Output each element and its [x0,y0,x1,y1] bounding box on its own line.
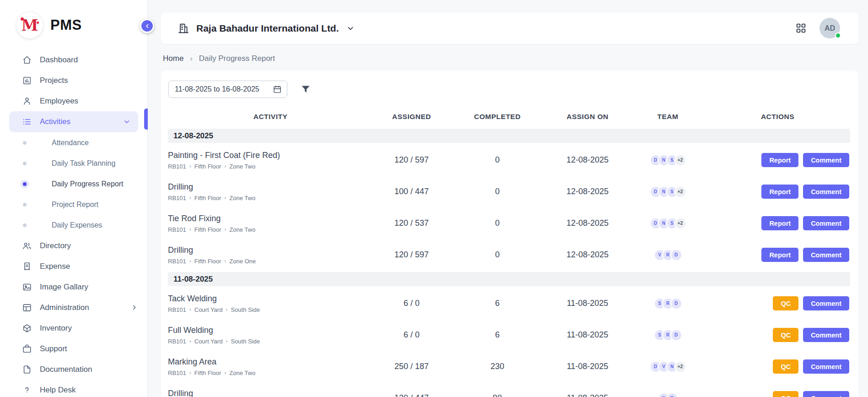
filter-row: 11-08-2025 to 16-08-2025 [168,81,850,98]
sidebar-subitem-label: Attendance [52,139,89,147]
assigned-value: 6 / 0 [373,299,450,308]
table-group-header: 11-08-2025 [168,272,850,286]
team-avatar[interactable]: D [670,249,682,261]
completed-value: 90 [450,393,545,397]
comment-button[interactable]: Comment [803,328,849,342]
topbar-actions: AD [795,18,840,38]
sidebar-subitem-attendance[interactable]: Attendance [0,132,147,153]
path-segment: RB101 [168,226,186,233]
comment-button[interactable]: Comment [803,391,849,397]
sidebar-collapse-button[interactable] [140,19,154,33]
team-avatars: D N S +2 [631,154,705,166]
path-segment: South Side [231,338,260,345]
report-button[interactable]: Report [761,248,798,262]
activity-name: Marking Area [168,357,373,367]
path-segment: Court Yard [194,338,223,345]
table-row: Tack Welding RB101› Court Yard› South Si… [168,288,850,319]
comment-button[interactable]: Comment [803,185,849,199]
date-range-input[interactable]: 11-08-2025 to 16-08-2025 [168,81,287,98]
sidebar-item-support[interactable]: Support [0,338,147,359]
report-button[interactable]: Report [761,153,798,167]
sidebar-item-employees[interactable]: Employees [0,91,147,111]
column-header-activity: ACTIVITY [168,113,373,121]
qc-button[interactable]: QC [773,359,798,374]
team-avatar-overflow[interactable]: +2 [674,186,686,198]
sidebar-item-image-gallery[interactable]: Image Gallary [0,277,147,297]
comment-button[interactable]: Comment [803,359,849,374]
report-button[interactable]: Report [761,216,798,230]
bullet-icon [23,162,27,165]
team-avatar[interactable]: D [670,298,682,310]
apps-grid-icon[interactable] [795,22,807,34]
sidebar-item-label: Help Desk [40,386,75,395]
assign-on-date: 11-08-2025 [545,393,631,397]
chevron-right-icon: › [224,370,226,376]
chevron-right-icon: › [224,195,226,201]
company-selector[interactable]: Raja Bahadur International Ltd. [178,22,355,34]
table-row: Painting - First Coat (Fire Red) RB101› … [168,144,850,176]
comment-button[interactable]: Comment [803,248,849,262]
qc-button[interactable]: QC [773,296,798,310]
team-avatar[interactable]: R [666,392,678,397]
row-actions: QC Comment [705,391,850,397]
sidebar-subitem-label: Daily Expenses [52,221,102,229]
main-content: Raja Bahadur International Ltd. AD Home … [148,0,868,397]
report-button[interactable]: Report [761,185,798,199]
row-actions: Report Comment [705,216,850,230]
completed-value: 6 [450,330,545,340]
path-segment: Zone Two [229,370,255,376]
chevron-right-icon [130,304,138,311]
team-avatar-overflow[interactable]: +2 [674,361,686,373]
comment-button[interactable]: Comment [803,153,849,167]
activity-name: Drilling [168,182,373,192]
sidebar-subitem-project-report[interactable]: Project Report [0,194,147,215]
sidebar-item-projects[interactable]: Projects [0,70,147,91]
sidebar-item-directory[interactable]: Directory [0,235,147,256]
team-avatar-overflow[interactable]: +2 [674,218,686,229]
sidebar-item-inventory[interactable]: Inventory [0,318,147,338]
company-name: Raja Bahadur International Ltd. [196,23,339,34]
person-icon [22,96,32,106]
breadcrumb-home[interactable]: Home [163,54,183,63]
list-icon [22,117,32,127]
sidebar-subitem-daily-task-planning[interactable]: Daily Task Planning [0,153,147,174]
column-header-actions: ACTIONS [705,113,850,121]
comment-button[interactable]: Comment [803,216,849,230]
chevron-right-icon: › [226,338,227,344]
qc-button[interactable]: QC [773,391,798,397]
assigned-value: 100 / 447 [373,187,450,196]
sidebar-subitem-daily-expenses[interactable]: Daily Expenses [0,215,147,235]
team-avatar[interactable]: D [670,329,682,341]
sidebar-item-administration[interactable]: Administration [0,297,147,318]
qc-button[interactable]: QC [773,328,798,342]
user-avatar[interactable]: AD [819,18,840,38]
activity-name: Tack Welding [168,294,373,304]
sidebar-item-activities[interactable]: Activities [9,111,138,132]
online-status-dot [835,33,841,38]
activity-name: Full Welding [168,326,373,335]
table-row: Drilling RB101› Fifth Floor› Zone One 12… [168,239,850,271]
chevron-right-icon: › [224,226,226,233]
completed-value: 0 [450,250,545,260]
team-avatar-overflow[interactable]: +2 [674,154,686,166]
sidebar-subitem-daily-progress-report[interactable]: Daily Progress Report [0,174,147,194]
sidebar-item-dashboard[interactable]: Dashboard [0,49,147,70]
row-actions: QC Comment [705,328,850,342]
calendar-icon [273,85,282,94]
path-segment: Fifth Floor [194,195,221,201]
activity-location-path: RB101› Court Yard› South Side [168,306,373,313]
filter-funnel-icon[interactable] [300,84,311,95]
briefcase-icon [22,344,32,354]
team-avatars: D N S +2 [631,218,705,229]
date-range-value: 11-08-2025 to 16-08-2025 [175,85,259,93]
logo-mark-icon: M [16,12,43,38]
table-row: Drilling RB101› Fifth Floor› Zone Two 12… [168,382,850,397]
bullet-icon [23,203,27,207]
group-date: 12-08-2025 [173,131,213,141]
chevron-left-icon [144,22,151,30]
assign-on-date: 12-08-2025 [545,250,631,260]
sidebar-item-expense[interactable]: Expense [0,256,147,277]
sidebar-item-documentation[interactable]: Documentation [0,359,147,380]
comment-button[interactable]: Comment [803,296,849,310]
sidebar-item-help-desk[interactable]: Help Desk [0,380,147,397]
